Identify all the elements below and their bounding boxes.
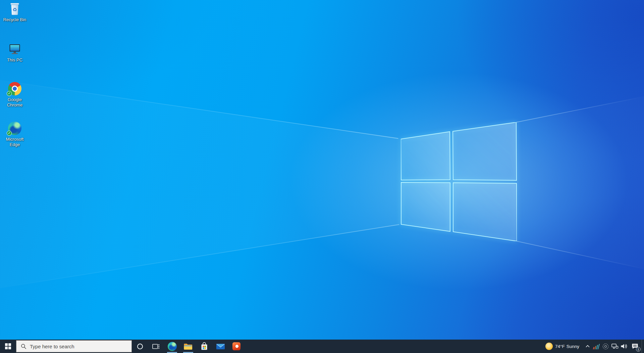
wallpaper-light-beam-right [0,0,644,353]
sun-icon [545,343,553,350]
ethernet-icon [611,343,619,349]
check-badge-icon: ✓ [7,131,12,136]
chrome-icon: ✓ [7,81,22,96]
cortana-icon [137,344,143,349]
tray-capture-button[interactable] [601,340,610,353]
volume-icon [620,343,628,349]
colored-bars-icon [593,344,600,349]
start-button[interactable] [0,340,16,353]
system-tray: 74°F Sunny [542,340,644,353]
microsoft-store-button[interactable] [196,340,212,353]
this-pc-icon [7,42,22,56]
notification-badge: 1 [636,347,641,352]
search-input[interactable] [30,344,120,349]
windows-logo-wallpaper [401,122,517,241]
check-badge-icon: ✓ [7,91,12,96]
search-icon [21,344,26,349]
office-icon [232,342,240,350]
edge-icon [168,342,177,351]
windows-desktop: ♻ Recycle Bin This PC ✓ Go [0,0,644,353]
windows-start-icon [5,343,11,349]
taskbar-search-box[interactable] [16,340,132,352]
beam-line [517,241,642,269]
capture-icon [603,344,608,349]
svg-text:♻: ♻ [12,7,17,12]
desktop-icon-label: Recycle Bin [3,17,26,23]
file-explorer-button[interactable] [180,340,196,353]
desktop-icon-microsoft-edge[interactable]: ✓ Microsoft Edge [1,121,29,147]
beam-line [0,80,398,139]
tray-colored-bars-button[interactable] [592,340,601,353]
desktop-icon-label: Microsoft Edge [1,137,29,147]
recycle-bin-icon: ♻ [7,1,22,16]
edge-taskbar-button[interactable] [164,340,180,353]
beam-line [516,97,642,123]
show-desktop-button[interactable] [642,340,644,353]
weather-text: 74°F Sunny [555,344,579,349]
file-explorer-icon [183,343,193,350]
volume-button[interactable] [619,340,628,353]
desktop-icon-recycle-bin[interactable]: ♻ Recycle Bin [1,1,29,23]
desktop-icon-this-pc[interactable]: This PC [1,42,29,63]
weather-condition: Sunny [567,344,579,349]
wallpaper-light-beam [0,0,644,353]
cortana-button[interactable] [132,340,148,353]
weather-temperature: 74°F [555,344,565,349]
show-hidden-icons-button[interactable] [583,340,592,353]
desktop-icon-label: Google Chrome [1,97,29,108]
mail-icon [216,343,225,350]
network-button[interactable] [610,340,619,353]
desktop-icon-google-chrome[interactable]: ✓ Google Chrome [1,81,29,108]
edge-icon: ✓ [7,121,22,136]
task-view-icon [152,343,160,350]
task-view-button[interactable] [148,340,164,353]
beam-line [0,224,399,288]
microsoft-store-icon [200,342,208,351]
weather-widget[interactable]: 74°F Sunny [542,340,583,353]
office-button[interactable] [228,340,245,353]
desktop-icon-label: This PC [7,57,22,63]
desktop-wallpaper [0,0,644,353]
action-center-button[interactable]: 1 [628,340,642,353]
mail-button[interactable] [212,340,228,353]
taskbar: 74°F Sunny [0,340,644,353]
chevron-up-icon [586,345,590,348]
